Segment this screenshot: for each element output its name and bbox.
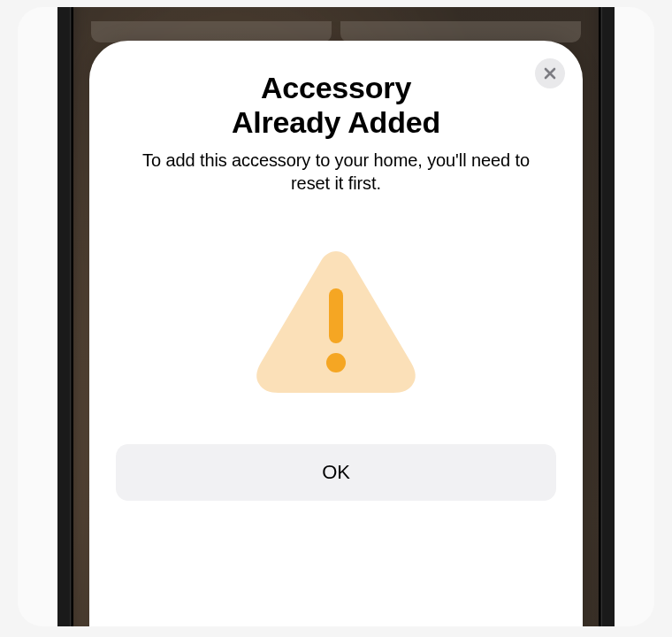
- svg-point-1: [326, 353, 346, 372]
- close-button[interactable]: [535, 58, 565, 88]
- phone-screen: Accessory Already Added To add this acce…: [73, 7, 599, 626]
- alert-title-line1: Accessory: [261, 71, 411, 104]
- svg-rect-0: [329, 288, 343, 343]
- ok-button-label: OK: [322, 461, 350, 484]
- alert-title: Accessory Already Added: [116, 71, 556, 140]
- phone-bezel: Accessory Already Added To add this acce…: [70, 7, 602, 626]
- page-frame: Accessory Already Added To add this acce…: [18, 7, 654, 626]
- phone-body: Accessory Already Added To add this acce…: [57, 7, 615, 626]
- ok-button[interactable]: OK: [116, 444, 556, 501]
- close-icon: [544, 67, 556, 80]
- background-tab: [91, 21, 332, 42]
- alert-sheet: Accessory Already Added To add this acce…: [89, 41, 583, 626]
- warning-triangle-icon: [252, 244, 420, 395]
- alert-title-line2: Already Added: [232, 105, 440, 139]
- background-tab: [340, 21, 581, 42]
- alert-body: To add this accessory to your home, you'…: [116, 149, 556, 195]
- warning-icon-wrap: [116, 244, 556, 395]
- background-tabs: [73, 21, 599, 42]
